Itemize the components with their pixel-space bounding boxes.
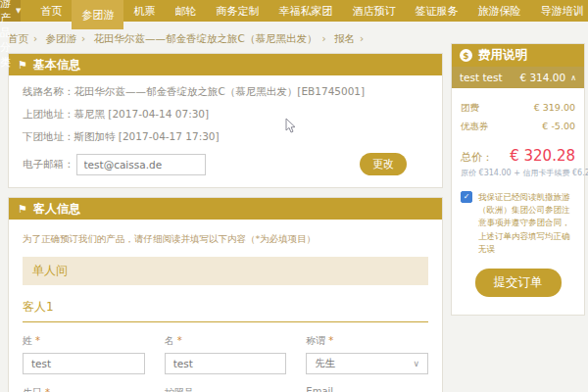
fee-row: 优惠券 € -5.00 [461, 121, 575, 133]
submit-order-button[interactable]: 提交订单 [475, 269, 562, 297]
dropoff-row: 下团地址：斯图加特 [2017-04-17 17:30] [23, 130, 428, 144]
breadcrumb-separator: › [81, 32, 85, 44]
basic-info-header: ⚑ 基本信息 [9, 54, 442, 75]
email-label: 电子邮箱： [23, 158, 74, 172]
product-catalog-menu[interactable]: 所有旅游产品分类 ▼ [0, 0, 21, 22]
breadcrumb-item[interactable]: 花田华尔兹——郁金香绽放之旅C（慕尼黑出发）› [94, 32, 331, 44]
catalog-label: 所有旅游产品分类 [0, 0, 11, 70]
nav-item[interactable]: 签证服务 [405, 0, 467, 22]
breadcrumb-item[interactable]: 报名› [334, 32, 368, 44]
flag-icon: ⚑ [18, 204, 27, 215]
dropoff-value: 斯图加特 [2017-04-17 17:30] [74, 130, 220, 142]
dollar-coin-icon: $ [460, 49, 472, 62]
nav-item[interactable]: 酒店预订 [342, 0, 405, 22]
passport-field: 护照号 [165, 386, 287, 392]
agreement-text: 我保证已经阅读凯撒旅游（欧洲）集团公司参团注意事项并遵守参团合同，上述订单内容填… [478, 191, 575, 256]
nav-item[interactable]: 参团游 [72, 0, 123, 29]
required-mark: * [35, 335, 40, 346]
first-name-field: 名* [165, 334, 287, 374]
fee-total-row: 总价： € 320.28 [461, 147, 575, 165]
required-mark: * [328, 335, 333, 346]
flag-icon: ⚑ [18, 60, 27, 71]
fee-sidebar: $ 费用说明 test test € 314.00 ∧ 团费 € 319.00 [451, 43, 585, 392]
total-note: 原价 €314.00 + 信用卡手续费 €6.28 [461, 168, 575, 178]
email-input[interactable] [76, 154, 206, 175]
agreement-row: ✓ 我保证已经阅读凯撒旅游（欧洲）集团公司参团注意事项并遵守参团合同，上述订单内… [461, 191, 575, 256]
route-row: 线路名称：花田华尔兹——郁金香绽放之旅C（慕尼黑出发）[EB1745001] [23, 85, 428, 99]
top-navigation: 所有旅游产品分类 ▼ 首页 参团游 机票 邮轮 商务定制 幸福私家团 酒店预订 … [0, 0, 588, 22]
guest-info-body: 为了正确预订我们的产品，请仔细阅读并填写以下内容（*为必填项目） 单人间 客人1… [9, 220, 442, 392]
main-layout: 首页› 参团游› 花田华尔兹——郁金香绽放之旅C（慕尼黑出发）› 报名› ⚑ 基… [0, 22, 588, 392]
guest-info-panel: ⚑ 客人信息 为了正确预订我们的产品，请仔细阅读并填写以下内容（*为必填项目） … [8, 197, 443, 392]
fee-panel-title: 费用说明 [478, 47, 527, 64]
basic-info-title: 基本信息 [33, 57, 80, 74]
basic-info-panel: ⚑ 基本信息 线路名称：花田华尔兹——郁金香绽放之旅C（慕尼黑出发）[EB174… [8, 53, 443, 188]
fee-guest-name: test test [460, 72, 503, 83]
basic-info-body: 线路名称：花田华尔兹——郁金香绽放之旅C（慕尼黑出发）[EB1745001] 上… [9, 75, 442, 187]
salutation-field: 称谓* 先生 ∨ [306, 334, 428, 374]
nav-item[interactable]: 邮轮 [165, 0, 206, 22]
nav-item[interactable]: 商务定制 [206, 0, 269, 22]
total-value: € 320.28 [510, 147, 575, 165]
name-row: 姓* 名* 称谓* 先生 ∨ [23, 334, 428, 374]
breadcrumb-separator: › [360, 32, 364, 44]
pickup-value: 慕尼黑 [2017-04-14 07:30] [74, 108, 210, 120]
birthday-field: 生日* 2017-02-01 [23, 386, 145, 392]
required-mark: * [177, 335, 182, 346]
route-value: 花田华尔兹——郁金香绽放之旅C（慕尼黑出发）[EB1745001] [74, 85, 366, 97]
fee-row: 团费 € 319.00 [461, 102, 575, 115]
nav-item[interactable]: 导游培训 [530, 0, 588, 22]
chevron-down-icon: ∨ [413, 359, 419, 368]
email-field: Email [306, 386, 428, 392]
chevron-up-icon: ∧ [570, 74, 576, 82]
guest-info-header: ⚑ 客人信息 [9, 198, 442, 220]
nav-item[interactable]: 机票 [123, 0, 165, 22]
pickup-row: 上团地址：慕尼黑 [2017-04-14 07:30] [23, 108, 428, 122]
guest-1-header: 客人1 [23, 299, 428, 322]
required-mark: * [45, 387, 50, 392]
room-type-bar: 单人间 [23, 257, 428, 285]
first-name-input[interactable] [165, 353, 287, 374]
breadcrumb-separator: › [321, 32, 325, 44]
content-column: 首页› 参团游› 花田华尔兹——郁金香绽放之旅C（慕尼黑出发）› 报名› ⚑ 基… [8, 22, 443, 392]
fee-panel-header: $ 费用说明 [452, 44, 584, 67]
fee-panel: $ 费用说明 test test € 314.00 ∧ 团费 € 319.00 [451, 43, 585, 316]
guest-info-title: 客人信息 [33, 201, 80, 218]
agreement-checkbox[interactable]: ✓ [461, 191, 472, 203]
nav-item[interactable]: 首页 [30, 0, 72, 22]
fee-guest-amount: € 314.00 [519, 72, 565, 83]
email-row: 电子邮箱： 更改 [23, 153, 428, 175]
breadcrumb-item[interactable]: 参团游› [46, 32, 91, 44]
fee-guest-row[interactable]: test test € 314.00 ∧ [452, 67, 584, 88]
fee-body: 团费 € 319.00 优惠券 € -5.00 总价： € 320.28 原价 … [452, 88, 584, 315]
birthday-row: 生日* 2017-02-01 护照号 Email [23, 386, 428, 392]
breadcrumb-item[interactable]: 首页› [8, 32, 42, 44]
nav-items: 首页 参团游 机票 邮轮 商务定制 幸福私家团 酒店预订 签证服务 旅游保险 导… [30, 0, 588, 29]
nav-item[interactable]: 幸福私家团 [269, 0, 342, 22]
chevron-down-icon: ▼ [16, 7, 21, 15]
salutation-select[interactable]: 先生 ∨ [306, 353, 428, 374]
nav-item[interactable]: 旅游保险 [467, 0, 530, 22]
last-name-input[interactable] [23, 353, 145, 374]
change-email-button[interactable]: 更改 [360, 153, 407, 175]
last-name-field: 姓* [23, 334, 145, 374]
form-instructions: 为了正确预订我们的产品，请仔细阅读并填写以下内容（*为必填项目） [23, 233, 428, 246]
breadcrumb-separator: › [33, 32, 37, 44]
fee-rows: 团费 € 319.00 优惠券 € -5.00 [461, 102, 575, 133]
total-label: 总价： [461, 150, 493, 165]
